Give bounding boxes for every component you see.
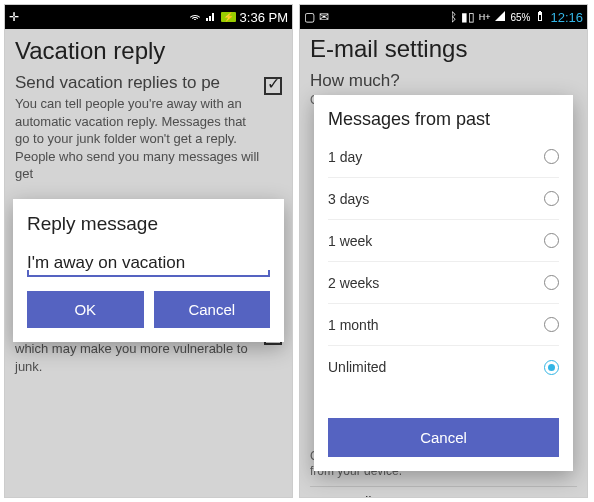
clock-text: 12:16 (550, 10, 583, 25)
reply-message-dialog: Reply message OK Cancel (13, 199, 284, 342)
cancel-button[interactable]: Cancel (328, 418, 559, 457)
option-1-month[interactable]: 1 month (328, 304, 559, 346)
option-1-day[interactable]: 1 day (328, 136, 559, 178)
data-icon: H+ (479, 12, 491, 22)
clock-text: 3:36 PM (240, 10, 288, 25)
phone-right: ▢ ✉ ᛒ ▮▯ H+ 65% 12:16 E-mail settings Ho… (299, 4, 588, 498)
option-label: 2 weeks (328, 275, 379, 291)
signal-icon (494, 10, 506, 25)
screenshot-icon: ▢ (304, 10, 315, 24)
message-icon: ✉ (319, 10, 329, 24)
radio-icon (544, 275, 559, 290)
option-2-weeks[interactable]: 2 weeks (328, 262, 559, 304)
radio-icon (544, 191, 559, 206)
bluetooth-icon: ᛒ (450, 10, 457, 24)
option-label: 1 week (328, 233, 372, 249)
radio-icon (544, 317, 559, 332)
battery-icon (534, 10, 546, 25)
radio-icon (544, 149, 559, 164)
option-1-week[interactable]: 1 week (328, 220, 559, 262)
messages-from-past-dialog: Messages from past 1 day 3 days 1 week (314, 95, 573, 471)
gps-icon: ✛ (9, 10, 19, 24)
options-list: 1 day 3 days 1 week 2 weeks (328, 136, 559, 412)
dialog-title: Reply message (27, 213, 270, 235)
status-bar: ✛ ⚡ 3:36 PM (5, 5, 292, 29)
reply-message-input[interactable] (27, 253, 270, 273)
option-3-days[interactable]: 3 days (328, 178, 559, 220)
vibrate-icon: ▮▯ (461, 10, 475, 24)
cancel-button[interactable]: Cancel (154, 291, 271, 328)
option-label: 1 month (328, 317, 379, 333)
option-unlimited[interactable]: Unlimited (328, 346, 559, 388)
phone-left: ✛ ⚡ 3:36 PM Vacation reply Send vacation… (4, 4, 293, 498)
battery-icon: ⚡ (221, 12, 236, 22)
signal-icon (205, 10, 217, 25)
dialog-title: Messages from past (328, 109, 559, 130)
battery-text: 65% (510, 12, 530, 23)
radio-icon (544, 233, 559, 248)
radio-icon (544, 360, 559, 375)
wifi-icon (189, 10, 201, 25)
option-label: 3 days (328, 191, 369, 207)
option-label: 1 day (328, 149, 362, 165)
status-bar: ▢ ✉ ᛒ ▮▯ H+ 65% 12:16 (300, 5, 587, 29)
ok-button[interactable]: OK (27, 291, 144, 328)
option-label: Unlimited (328, 359, 386, 375)
